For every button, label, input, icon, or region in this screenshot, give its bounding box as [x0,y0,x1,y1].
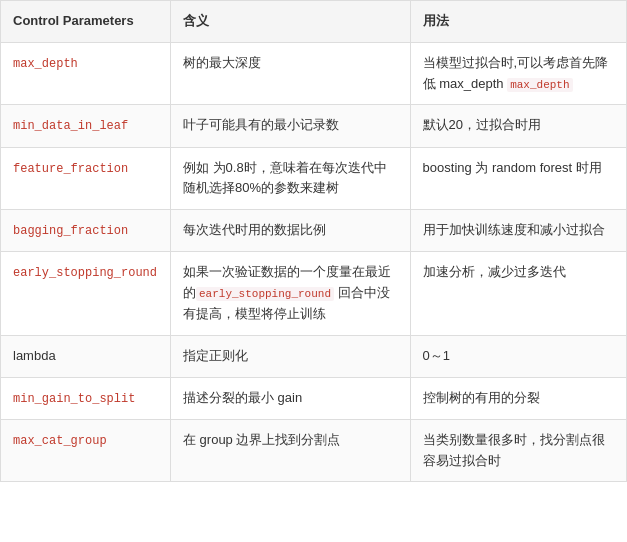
table-row: min_gain_to_split描述分裂的最小 gain控制树的有用的分裂 [1,377,627,419]
param-code: feature_fraction [13,162,128,176]
table-row: feature_fraction例如 为0.8时，意味着在每次迭代中随机选择80… [1,147,627,210]
meaning-cell: 树的最大深度 [170,42,410,105]
parameters-table: Control Parameters 含义 用法 max_depth树的最大深度… [0,0,627,482]
param-name-cell: max_cat_group [1,419,171,482]
usage-cell: 加速分析，减少过多迭代 [410,252,626,335]
param-code: early_stopping_round [13,266,157,280]
usage-cell: 控制树的有用的分裂 [410,377,626,419]
param-code: min_gain_to_split [13,392,135,406]
meaning-cell: 如果一次验证数据的一个度量在最近的early_stopping_round 回合… [170,252,410,335]
param-name-cell: max_depth [1,42,171,105]
table-row: max_cat_group在 group 边界上找到分割点当类别数量很多时，找分… [1,419,627,482]
usage-cell: 默认20，过拟合时用 [410,105,626,147]
meaning-cell: 在 group 边界上找到分割点 [170,419,410,482]
table-row: min_data_in_leaf叶子可能具有的最小记录数默认20，过拟合时用 [1,105,627,147]
meaning-cell: 叶子可能具有的最小记录数 [170,105,410,147]
meaning-cell: 例如 为0.8时，意味着在每次迭代中随机选择80%的参数来建树 [170,147,410,210]
param-name-cell: lambda [1,335,171,377]
usage-code: max_depth [507,78,572,92]
param-code: min_data_in_leaf [13,119,128,133]
param-name-cell: bagging_fraction [1,210,171,252]
usage-cell: 0～1 [410,335,626,377]
param-name-cell: early_stopping_round [1,252,171,335]
table-row: early_stopping_round如果一次验证数据的一个度量在最近的ear… [1,252,627,335]
meaning-cell: 描述分裂的最小 gain [170,377,410,419]
param-plain: lambda [13,348,56,363]
usage-cell: 当模型过拟合时,可以考虑首先降低 max_depth max_depth [410,42,626,105]
header-usage: 用法 [410,1,626,43]
usage-cell: boosting 为 random forest 时用 [410,147,626,210]
table-row: lambda指定正则化0～1 [1,335,627,377]
meaning-cell: 每次迭代时用的数据比例 [170,210,410,252]
header-meaning: 含义 [170,1,410,43]
header-control-parameters: Control Parameters [1,1,171,43]
param-code: max_depth [13,57,78,71]
param-code: max_cat_group [13,434,107,448]
table-row: max_depth树的最大深度当模型过拟合时,可以考虑首先降低 max_dept… [1,42,627,105]
param-code: bagging_fraction [13,224,128,238]
table-row: bagging_fraction每次迭代时用的数据比例用于加快训练速度和减小过拟… [1,210,627,252]
usage-cell: 当类别数量很多时，找分割点很容易过拟合时 [410,419,626,482]
param-name-cell: min_data_in_leaf [1,105,171,147]
param-name-cell: feature_fraction [1,147,171,210]
inline-code: early_stopping_round [196,287,334,301]
meaning-cell: 指定正则化 [170,335,410,377]
usage-cell: 用于加快训练速度和减小过拟合 [410,210,626,252]
param-name-cell: min_gain_to_split [1,377,171,419]
